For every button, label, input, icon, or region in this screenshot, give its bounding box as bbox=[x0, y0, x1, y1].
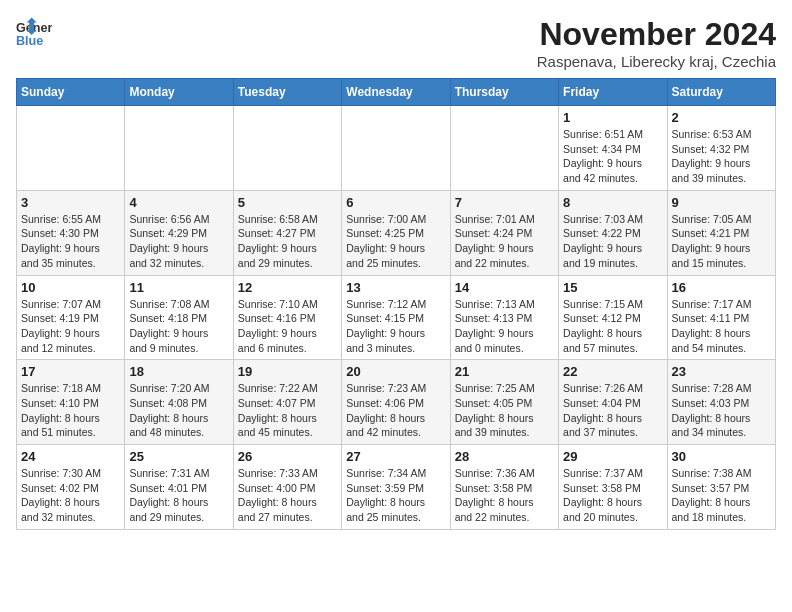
calendar-week-2: 3Sunrise: 6:55 AM Sunset: 4:30 PM Daylig… bbox=[17, 190, 776, 275]
calendar-cell bbox=[17, 106, 125, 191]
title-area: November 2024 Raspenava, Liberecky kraj,… bbox=[537, 16, 776, 70]
day-info: Sunrise: 7:25 AM Sunset: 4:05 PM Dayligh… bbox=[455, 381, 554, 440]
calendar-cell: 27Sunrise: 7:34 AM Sunset: 3:59 PM Dayli… bbox=[342, 445, 450, 530]
day-number: 12 bbox=[238, 280, 337, 295]
calendar-cell: 18Sunrise: 7:20 AM Sunset: 4:08 PM Dayli… bbox=[125, 360, 233, 445]
day-number: 6 bbox=[346, 195, 445, 210]
calendar-cell: 16Sunrise: 7:17 AM Sunset: 4:11 PM Dayli… bbox=[667, 275, 775, 360]
weekday-row: SundayMondayTuesdayWednesdayThursdayFrid… bbox=[17, 79, 776, 106]
calendar-cell bbox=[125, 106, 233, 191]
weekday-header-monday: Monday bbox=[125, 79, 233, 106]
day-info: Sunrise: 7:33 AM Sunset: 4:00 PM Dayligh… bbox=[238, 466, 337, 525]
calendar-cell: 5Sunrise: 6:58 AM Sunset: 4:27 PM Daylig… bbox=[233, 190, 341, 275]
day-number: 18 bbox=[129, 364, 228, 379]
day-number: 14 bbox=[455, 280, 554, 295]
day-info: Sunrise: 7:08 AM Sunset: 4:18 PM Dayligh… bbox=[129, 297, 228, 356]
day-number: 13 bbox=[346, 280, 445, 295]
calendar-cell: 11Sunrise: 7:08 AM Sunset: 4:18 PM Dayli… bbox=[125, 275, 233, 360]
day-number: 1 bbox=[563, 110, 662, 125]
calendar-cell: 19Sunrise: 7:22 AM Sunset: 4:07 PM Dayli… bbox=[233, 360, 341, 445]
weekday-header-wednesday: Wednesday bbox=[342, 79, 450, 106]
calendar-week-3: 10Sunrise: 7:07 AM Sunset: 4:19 PM Dayli… bbox=[17, 275, 776, 360]
logo-icon: General Blue bbox=[16, 16, 52, 52]
day-number: 29 bbox=[563, 449, 662, 464]
calendar-cell: 26Sunrise: 7:33 AM Sunset: 4:00 PM Dayli… bbox=[233, 445, 341, 530]
day-number: 3 bbox=[21, 195, 120, 210]
calendar-cell: 17Sunrise: 7:18 AM Sunset: 4:10 PM Dayli… bbox=[17, 360, 125, 445]
weekday-header-thursday: Thursday bbox=[450, 79, 558, 106]
calendar-cell: 8Sunrise: 7:03 AM Sunset: 4:22 PM Daylig… bbox=[559, 190, 667, 275]
day-number: 11 bbox=[129, 280, 228, 295]
day-info: Sunrise: 7:10 AM Sunset: 4:16 PM Dayligh… bbox=[238, 297, 337, 356]
location-subtitle: Raspenava, Liberecky kraj, Czechia bbox=[537, 53, 776, 70]
calendar-week-1: 1Sunrise: 6:51 AM Sunset: 4:34 PM Daylig… bbox=[17, 106, 776, 191]
day-number: 10 bbox=[21, 280, 120, 295]
day-info: Sunrise: 7:23 AM Sunset: 4:06 PM Dayligh… bbox=[346, 381, 445, 440]
day-number: 28 bbox=[455, 449, 554, 464]
day-number: 24 bbox=[21, 449, 120, 464]
day-info: Sunrise: 6:51 AM Sunset: 4:34 PM Dayligh… bbox=[563, 127, 662, 186]
calendar-body: 1Sunrise: 6:51 AM Sunset: 4:34 PM Daylig… bbox=[17, 106, 776, 530]
calendar-cell: 9Sunrise: 7:05 AM Sunset: 4:21 PM Daylig… bbox=[667, 190, 775, 275]
day-info: Sunrise: 7:03 AM Sunset: 4:22 PM Dayligh… bbox=[563, 212, 662, 271]
calendar-cell: 24Sunrise: 7:30 AM Sunset: 4:02 PM Dayli… bbox=[17, 445, 125, 530]
day-info: Sunrise: 7:15 AM Sunset: 4:12 PM Dayligh… bbox=[563, 297, 662, 356]
day-number: 8 bbox=[563, 195, 662, 210]
day-number: 5 bbox=[238, 195, 337, 210]
day-info: Sunrise: 6:58 AM Sunset: 4:27 PM Dayligh… bbox=[238, 212, 337, 271]
calendar-cell: 3Sunrise: 6:55 AM Sunset: 4:30 PM Daylig… bbox=[17, 190, 125, 275]
day-info: Sunrise: 7:30 AM Sunset: 4:02 PM Dayligh… bbox=[21, 466, 120, 525]
calendar: SundayMondayTuesdayWednesdayThursdayFrid… bbox=[16, 78, 776, 530]
day-info: Sunrise: 7:20 AM Sunset: 4:08 PM Dayligh… bbox=[129, 381, 228, 440]
calendar-cell bbox=[450, 106, 558, 191]
calendar-cell: 12Sunrise: 7:10 AM Sunset: 4:16 PM Dayli… bbox=[233, 275, 341, 360]
weekday-header-friday: Friday bbox=[559, 79, 667, 106]
day-info: Sunrise: 7:12 AM Sunset: 4:15 PM Dayligh… bbox=[346, 297, 445, 356]
calendar-cell: 14Sunrise: 7:13 AM Sunset: 4:13 PM Dayli… bbox=[450, 275, 558, 360]
day-info: Sunrise: 7:28 AM Sunset: 4:03 PM Dayligh… bbox=[672, 381, 771, 440]
calendar-cell: 29Sunrise: 7:37 AM Sunset: 3:58 PM Dayli… bbox=[559, 445, 667, 530]
day-info: Sunrise: 6:56 AM Sunset: 4:29 PM Dayligh… bbox=[129, 212, 228, 271]
calendar-cell bbox=[342, 106, 450, 191]
day-number: 16 bbox=[672, 280, 771, 295]
logo: General Blue bbox=[16, 16, 52, 52]
day-number: 7 bbox=[455, 195, 554, 210]
day-info: Sunrise: 7:07 AM Sunset: 4:19 PM Dayligh… bbox=[21, 297, 120, 356]
day-number: 22 bbox=[563, 364, 662, 379]
weekday-header-tuesday: Tuesday bbox=[233, 79, 341, 106]
day-number: 9 bbox=[672, 195, 771, 210]
day-info: Sunrise: 6:53 AM Sunset: 4:32 PM Dayligh… bbox=[672, 127, 771, 186]
day-info: Sunrise: 7:13 AM Sunset: 4:13 PM Dayligh… bbox=[455, 297, 554, 356]
calendar-cell: 2Sunrise: 6:53 AM Sunset: 4:32 PM Daylig… bbox=[667, 106, 775, 191]
day-number: 20 bbox=[346, 364, 445, 379]
day-number: 21 bbox=[455, 364, 554, 379]
calendar-week-4: 17Sunrise: 7:18 AM Sunset: 4:10 PM Dayli… bbox=[17, 360, 776, 445]
day-info: Sunrise: 7:00 AM Sunset: 4:25 PM Dayligh… bbox=[346, 212, 445, 271]
day-number: 15 bbox=[563, 280, 662, 295]
month-title: November 2024 bbox=[537, 16, 776, 53]
calendar-cell: 25Sunrise: 7:31 AM Sunset: 4:01 PM Dayli… bbox=[125, 445, 233, 530]
calendar-cell bbox=[233, 106, 341, 191]
calendar-cell: 23Sunrise: 7:28 AM Sunset: 4:03 PM Dayli… bbox=[667, 360, 775, 445]
calendar-cell: 20Sunrise: 7:23 AM Sunset: 4:06 PM Dayli… bbox=[342, 360, 450, 445]
calendar-cell: 1Sunrise: 6:51 AM Sunset: 4:34 PM Daylig… bbox=[559, 106, 667, 191]
day-number: 25 bbox=[129, 449, 228, 464]
calendar-cell: 13Sunrise: 7:12 AM Sunset: 4:15 PM Dayli… bbox=[342, 275, 450, 360]
day-number: 27 bbox=[346, 449, 445, 464]
calendar-week-5: 24Sunrise: 7:30 AM Sunset: 4:02 PM Dayli… bbox=[17, 445, 776, 530]
calendar-cell: 15Sunrise: 7:15 AM Sunset: 4:12 PM Dayli… bbox=[559, 275, 667, 360]
weekday-header-saturday: Saturday bbox=[667, 79, 775, 106]
day-number: 30 bbox=[672, 449, 771, 464]
day-info: Sunrise: 7:31 AM Sunset: 4:01 PM Dayligh… bbox=[129, 466, 228, 525]
header: General Blue November 2024 Raspenava, Li… bbox=[16, 16, 776, 70]
day-info: Sunrise: 7:18 AM Sunset: 4:10 PM Dayligh… bbox=[21, 381, 120, 440]
day-info: Sunrise: 7:26 AM Sunset: 4:04 PM Dayligh… bbox=[563, 381, 662, 440]
day-info: Sunrise: 7:01 AM Sunset: 4:24 PM Dayligh… bbox=[455, 212, 554, 271]
day-info: Sunrise: 7:38 AM Sunset: 3:57 PM Dayligh… bbox=[672, 466, 771, 525]
day-number: 19 bbox=[238, 364, 337, 379]
day-info: Sunrise: 7:34 AM Sunset: 3:59 PM Dayligh… bbox=[346, 466, 445, 525]
svg-text:Blue: Blue bbox=[16, 34, 43, 48]
day-info: Sunrise: 7:05 AM Sunset: 4:21 PM Dayligh… bbox=[672, 212, 771, 271]
day-info: Sunrise: 7:17 AM Sunset: 4:11 PM Dayligh… bbox=[672, 297, 771, 356]
day-info: Sunrise: 7:37 AM Sunset: 3:58 PM Dayligh… bbox=[563, 466, 662, 525]
